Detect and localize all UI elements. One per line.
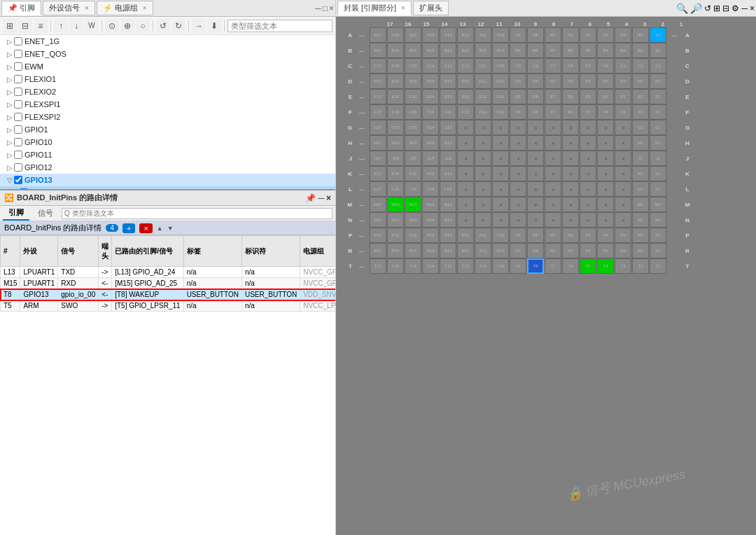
bga-cell-G17[interactable]: G17 bbox=[370, 120, 386, 135]
bga-cell-N4[interactable]: ✕ bbox=[597, 212, 614, 228]
tree-item-flexspi1[interactable]: ▷ FLEXSPI1 bbox=[0, 98, 335, 111]
bga-cell-C12[interactable]: C12 bbox=[457, 58, 474, 74]
bga-cell-P11[interactable]: P11 bbox=[475, 228, 491, 243]
tab-fengzhuang[interactable]: 封装 [引脚部分] × bbox=[337, 1, 412, 15]
bga-cell-H15[interactable]: H15 bbox=[405, 135, 421, 151]
bga-cell-N1[interactable]: N1 bbox=[650, 212, 666, 228]
bga-cell-P13[interactable]: P13 bbox=[440, 228, 456, 243]
move-down-btn[interactable]: ↓ bbox=[69, 19, 83, 33]
collapse-all-btn[interactable]: ⊟ bbox=[18, 19, 32, 33]
bga-cell-J11[interactable]: ✕ bbox=[475, 151, 491, 166]
reset-view-icon[interactable]: ↺ bbox=[704, 4, 711, 13]
right-minimize-icon[interactable]: ─ bbox=[741, 4, 748, 13]
bga-cell-N5[interactable]: ✕ bbox=[580, 212, 596, 228]
bga-cell-A10[interactable]: A10 bbox=[492, 27, 509, 43]
bga-cell-R14[interactable]: R14 bbox=[422, 243, 439, 258]
bga-cell-T11[interactable]: T11 bbox=[475, 258, 491, 274]
bga-cell-R1[interactable]: R1 bbox=[650, 243, 666, 258]
bga-cell-R9[interactable]: R9 bbox=[510, 243, 526, 258]
bga-cell-N3[interactable]: ✕ bbox=[615, 212, 631, 228]
bga-cell-D8[interactable]: D8 bbox=[527, 74, 544, 89]
bga-cell-L1[interactable]: L1 bbox=[650, 181, 666, 197]
bga-cell-N14[interactable]: N14 bbox=[422, 212, 439, 228]
check-gpio11[interactable] bbox=[14, 151, 22, 159]
list-view-btn[interactable]: ≡ bbox=[34, 19, 48, 33]
bga-cell-H14[interactable]: H14 bbox=[422, 135, 439, 151]
bga-cell-P7[interactable]: P7 bbox=[545, 228, 561, 243]
bga-cell-F2[interactable]: F2 bbox=[632, 104, 649, 120]
maximize-icon[interactable]: □ bbox=[323, 4, 328, 13]
bga-cell-D2[interactable]: D2 bbox=[632, 74, 649, 89]
bga-cell-T1[interactable]: T1 bbox=[650, 258, 666, 274]
bga-cell-R10[interactable]: R10 bbox=[492, 243, 509, 258]
bga-cell-E17[interactable]: E17 bbox=[370, 89, 386, 104]
bga-cell-D3[interactable]: D3 bbox=[615, 74, 631, 89]
bga-cell-B5[interactable]: B5 bbox=[580, 43, 596, 58]
bga-cell-B13[interactable]: B13 bbox=[440, 43, 456, 58]
bga-cell-L5[interactable]: ✕ bbox=[580, 181, 596, 197]
bga-cell-H1[interactable]: H1 bbox=[650, 135, 666, 151]
check-gpio1[interactable] bbox=[14, 125, 22, 134]
bga-cell-B7[interactable]: B7 bbox=[545, 43, 561, 58]
bga-cell-T8[interactable]: T8 bbox=[527, 258, 544, 274]
bga-cell-J13[interactable]: J13 bbox=[440, 151, 456, 166]
bga-cell-G9[interactable]: ✕ bbox=[510, 120, 526, 135]
check-flexspi1[interactable] bbox=[14, 100, 22, 109]
bga-cell-K4[interactable]: ✕ bbox=[597, 166, 614, 181]
bga-cell-M17[interactable]: M17 bbox=[370, 197, 386, 212]
bga-cell-L11[interactable]: ✕ bbox=[475, 181, 491, 197]
bga-cell-F4[interactable]: F4 bbox=[597, 104, 614, 120]
bga-cell-P5[interactable]: P5 bbox=[580, 228, 596, 243]
undo-btn[interactable]: ↺ bbox=[156, 19, 170, 33]
bga-cell-A11[interactable]: A11 bbox=[475, 27, 491, 43]
bga-cell-C15[interactable]: C15 bbox=[405, 58, 421, 74]
bga-cell-C4[interactable]: C4 bbox=[597, 58, 614, 74]
bga-cell-C16[interactable]: C16 bbox=[387, 58, 404, 74]
bga-cell-J15[interactable]: J15 bbox=[405, 151, 421, 166]
bga-cell-J4[interactable]: ✕ bbox=[597, 151, 614, 166]
bga-cell-H11[interactable]: ✕ bbox=[475, 135, 491, 151]
add-route-btn[interactable]: + bbox=[122, 223, 135, 233]
bga-cell-K16[interactable]: K16 bbox=[387, 166, 404, 181]
bga-cell-P6[interactable]: P6 bbox=[562, 228, 579, 243]
bga-cell-M6[interactable]: ✕ bbox=[562, 197, 579, 212]
expand-gpio12[interactable]: ▷ bbox=[6, 163, 14, 172]
bga-cell-L9[interactable]: ✕ bbox=[510, 181, 526, 197]
check-gpio10[interactable] bbox=[14, 138, 22, 146]
bga-cell-R2[interactable]: R2 bbox=[632, 243, 649, 258]
bga-cell-R7[interactable]: R7 bbox=[545, 243, 561, 258]
bga-cell-C7[interactable]: C7 bbox=[545, 58, 561, 74]
bga-cell-E11[interactable]: E11 bbox=[475, 89, 491, 104]
bga-cell-G13[interactable]: G13 bbox=[440, 120, 456, 135]
bga-cell-G1[interactable]: G1 bbox=[650, 120, 666, 135]
expand-flexio1[interactable]: ▷ bbox=[6, 75, 14, 83]
bga-cell-L4[interactable]: ✕ bbox=[597, 181, 614, 197]
bga-cell-G14[interactable]: G14 bbox=[422, 120, 439, 135]
bga-cell-T3[interactable]: T3 bbox=[615, 258, 631, 274]
arrow-up-btn[interactable]: ▲ bbox=[157, 225, 163, 232]
bga-cell-D14[interactable]: D14 bbox=[422, 74, 439, 89]
bga-cell-H16[interactable]: H16 bbox=[387, 135, 404, 151]
bga-cell-E4[interactable]: E4 bbox=[597, 89, 614, 104]
bga-cell-C8[interactable]: C8 bbox=[527, 58, 544, 74]
bga-cell-J3[interactable]: ✕ bbox=[615, 151, 631, 166]
bga-cell-T9[interactable]: T9 bbox=[510, 258, 526, 274]
bga-cell-R8[interactable]: R8 bbox=[527, 243, 544, 258]
tab-fengzhuang-close[interactable]: × bbox=[401, 4, 405, 12]
refresh-btn[interactable]: → bbox=[192, 19, 206, 33]
bga-cell-D12[interactable]: D12 bbox=[457, 74, 474, 89]
route-icon-1[interactable]: 📌 bbox=[305, 193, 316, 203]
arrow-down-btn[interactable]: ▼ bbox=[167, 225, 174, 232]
tree-item-flexio1[interactable]: ▷ FLEXIO1 bbox=[0, 73, 335, 85]
table-row[interactable]: L13 LPUART1 TXD -> [L13] GPIO_AD_24 n/a … bbox=[1, 267, 336, 278]
expand-flexspi2[interactable]: ▷ bbox=[6, 113, 14, 121]
bga-cell-T17[interactable]: T17 bbox=[370, 258, 386, 274]
bga-cell-N11[interactable]: ✕ bbox=[475, 212, 491, 228]
connect-btn[interactable]: ⊙ bbox=[105, 19, 119, 33]
bga-cell-M16[interactable]: M16 bbox=[387, 197, 404, 212]
bga-cell-B10[interactable]: B10 bbox=[492, 43, 509, 58]
bga-cell-E3[interactable]: E3 bbox=[615, 89, 631, 104]
bga-cell-M9[interactable]: ✕ bbox=[510, 197, 526, 212]
bga-cell-R11[interactable]: R11 bbox=[475, 243, 491, 258]
bga-cell-M7[interactable]: ✕ bbox=[545, 197, 561, 212]
